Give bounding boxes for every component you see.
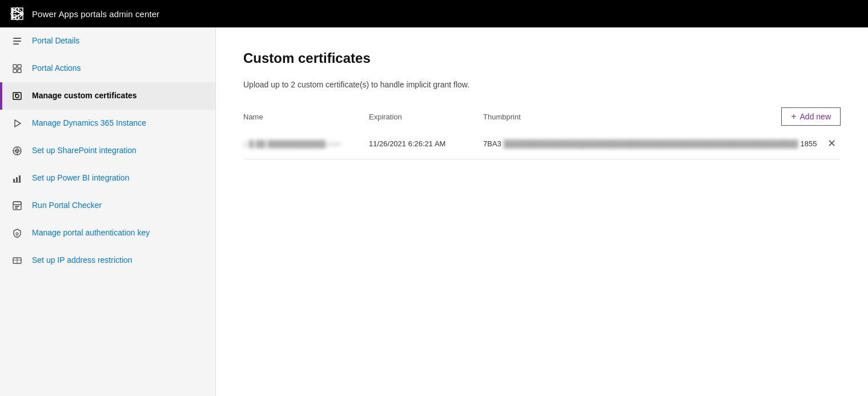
sidebar-label-sharepoint: Set up SharePoint integration — [32, 145, 136, 157]
sidebar: Portal Details Portal Actions — [0, 27, 216, 396]
sidebar-label-portal-checker: Run Portal Checker — [32, 200, 102, 211]
sidebar-label-portal-details: Portal Details — [32, 35, 79, 47]
delete-certificate-button[interactable]: ✕ — [823, 135, 841, 152]
svg-rect-27 — [13, 202, 21, 205]
sidebar-label-powerbi: Set up Power BI integration — [32, 173, 129, 184]
sidebar-item-ip-restriction[interactable]: Set up IP address restriction — [0, 247, 215, 274]
svg-rect-12 — [13, 69, 17, 73]
svg-rect-8 — [13, 41, 21, 42]
svg-rect-24 — [19, 175, 21, 182]
svg-rect-13 — [18, 69, 21, 73]
svg-rect-22 — [13, 179, 15, 182]
sidebar-label-ip-restriction: Set up IP address restriction — [32, 255, 132, 266]
cert-expiration: 11/26/2021 6:26:21 AM — [369, 139, 483, 148]
sidebar-item-portal-details[interactable]: Portal Details — [0, 27, 215, 55]
list-icon — [11, 35, 23, 47]
svg-rect-28 — [15, 206, 19, 207]
power-apps-logo-icon — [9, 6, 25, 22]
topbar-title: Power Apps portals admin center — [32, 9, 159, 19]
topbar: Power Apps portals admin center — [0, 0, 868, 27]
sidebar-label-portal-auth-key: Manage portal authentication key — [32, 227, 150, 239]
page-subtitle: Upload up to 2 custom certificate(s) to … — [243, 80, 841, 89]
svg-rect-23 — [16, 177, 18, 182]
svg-point-15 — [15, 94, 19, 98]
add-icon: + — [791, 111, 796, 122]
column-thumbprint: Thumbprint — [483, 113, 781, 121]
svg-rect-16 — [15, 94, 17, 95]
cert-name: p █ ██ ████████████.com — [243, 139, 369, 148]
cert-icon — [11, 90, 23, 102]
chart-icon — [11, 173, 23, 184]
column-expiration: Expiration — [369, 113, 483, 121]
play-icon — [11, 118, 23, 129]
svg-rect-10 — [13, 65, 17, 68]
sidebar-item-sharepoint[interactable]: Set up SharePoint integration — [0, 137, 215, 165]
shield-icon — [11, 227, 23, 239]
sidebar-item-manage-custom-certificates[interactable]: Manage custom certificates — [0, 82, 215, 110]
sidebar-item-portal-auth-key[interactable]: Manage portal authentication key — [0, 219, 215, 247]
svg-marker-17 — [15, 120, 21, 127]
sidebar-label-portal-actions: Portal Actions — [32, 63, 81, 74]
svg-rect-11 — [18, 65, 21, 68]
sidebar-item-powerbi[interactable]: Set up Power BI integration — [0, 165, 215, 192]
sidebar-label-manage-dynamics: Manage Dynamics 365 Instance — [32, 118, 146, 129]
column-name: Name — [243, 113, 369, 121]
svg-rect-7 — [13, 38, 21, 39]
add-new-label: Add new — [800, 112, 831, 121]
svg-rect-14 — [13, 93, 21, 99]
sidebar-item-manage-dynamics[interactable]: Manage Dynamics 365 Instance — [0, 110, 215, 137]
cert-thumbprint: 7BA3████████████████████████████████████… — [483, 139, 823, 148]
table-columns: Name Expiration Thumbprint — [243, 113, 781, 121]
page-title: Custom certificates — [243, 50, 841, 66]
svg-rect-29 — [15, 207, 18, 209]
sharepoint-icon — [11, 145, 23, 157]
main-layout: Portal Details Portal Actions — [0, 27, 868, 396]
content-area: Custom certificates Upload up to 2 custo… — [216, 27, 868, 396]
svg-point-30 — [16, 233, 18, 235]
sidebar-item-portal-checker[interactable]: Run Portal Checker — [0, 192, 215, 219]
grid-icon — [11, 63, 23, 74]
checker-icon — [11, 200, 23, 211]
table-header-row: Name Expiration Thumbprint + Add new — [243, 107, 841, 126]
sidebar-label-manage-custom-certificates: Manage custom certificates — [32, 90, 137, 102]
ip-icon — [11, 255, 23, 266]
table-row: p █ ██ ████████████.com 11/26/2021 6:26:… — [243, 128, 841, 159]
sidebar-item-portal-actions[interactable]: Portal Actions — [0, 55, 215, 82]
svg-rect-9 — [13, 43, 19, 45]
add-new-button[interactable]: + Add new — [781, 107, 841, 126]
